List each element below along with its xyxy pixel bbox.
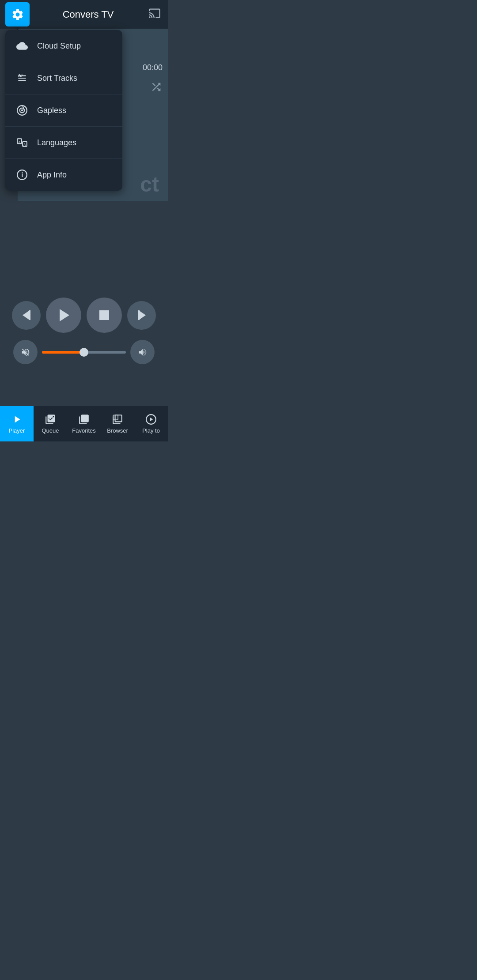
- stop-button[interactable]: [87, 298, 122, 333]
- play-button[interactable]: [46, 298, 81, 333]
- nav-player-label: Player: [9, 427, 25, 434]
- dropdown-menu: Cloud Setup Az Sort Tracks Gapless: [5, 30, 122, 191]
- sort-tracks-label: Sort Tracks: [37, 74, 77, 83]
- settings-button[interactable]: [5, 2, 30, 26]
- nav-browser-label: Browser: [107, 427, 128, 434]
- prev-button[interactable]: [12, 301, 41, 330]
- nav-item-player[interactable]: Player: [0, 406, 34, 441]
- svg-rect-12: [113, 415, 118, 420]
- cloud-setup-label: Cloud Setup: [37, 41, 81, 51]
- menu-item-languages[interactable]: X A Languages: [5, 127, 122, 159]
- next-icon: [138, 310, 146, 320]
- info-icon: i: [14, 167, 30, 183]
- cloud-icon: [14, 38, 30, 54]
- gapless-label: Gapless: [37, 106, 66, 115]
- menu-item-app-info[interactable]: i App Info: [5, 159, 122, 191]
- main-controls-row: [12, 298, 156, 333]
- svg-text:X: X: [18, 140, 20, 144]
- bottom-nav: Player Queue Favorites Browser Play to: [0, 406, 168, 441]
- languages-icon: X A: [14, 135, 30, 151]
- nav-play-to-label: Play to: [142, 427, 160, 434]
- sound-icon: [138, 347, 148, 357]
- cast-icon: [148, 7, 161, 19]
- menu-item-cloud-setup[interactable]: Cloud Setup: [5, 30, 122, 62]
- languages-label: Languages: [37, 138, 76, 147]
- volume-row: [13, 340, 155, 364]
- nav-queue-label: Queue: [42, 427, 59, 434]
- sound-button[interactable]: [130, 340, 155, 364]
- nav-item-play-to[interactable]: Play to: [134, 406, 168, 441]
- nav-item-queue[interactable]: Queue: [34, 406, 67, 441]
- svg-text:Az: Az: [18, 73, 23, 78]
- gapless-icon: [14, 102, 30, 118]
- svg-text:A: A: [23, 143, 26, 147]
- play-to-nav-icon: [145, 414, 157, 425]
- menu-item-sort-tracks[interactable]: Az Sort Tracks: [5, 62, 122, 94]
- browser-nav-icon: [112, 414, 123, 425]
- mute-icon: [21, 347, 30, 357]
- next-button[interactable]: [127, 301, 156, 330]
- play-nav-icon: [11, 414, 23, 425]
- sort-tracks-icon: Az: [14, 70, 30, 86]
- nav-favorites-label: Favorites: [72, 427, 95, 434]
- shuffle-icon: [150, 81, 163, 95]
- header: Convers TV: [0, 0, 168, 29]
- app-title: Convers TV: [30, 9, 147, 20]
- svg-point-11: [83, 417, 87, 420]
- gear-icon: [11, 8, 24, 21]
- cast-button[interactable]: [147, 7, 163, 22]
- mute-button[interactable]: [13, 340, 38, 364]
- player-controls: [13, 298, 155, 364]
- volume-thumb: [80, 348, 88, 357]
- connect-text: ct: [140, 172, 159, 196]
- play-icon: [60, 309, 69, 321]
- volume-slider[interactable]: [42, 351, 126, 354]
- queue-nav-icon: [45, 414, 56, 425]
- prev-icon: [23, 310, 30, 320]
- app-info-label: App Info: [37, 170, 67, 180]
- favorites-nav-icon: [78, 414, 90, 425]
- svg-text:i: i: [21, 171, 23, 178]
- svg-point-4: [21, 109, 23, 111]
- volume-fill: [42, 351, 84, 354]
- nav-item-favorites[interactable]: Favorites: [67, 406, 101, 441]
- nav-item-browser[interactable]: Browser: [101, 406, 134, 441]
- stop-icon: [99, 310, 109, 320]
- playback-time: 00:00: [143, 63, 163, 72]
- menu-item-gapless[interactable]: Gapless: [5, 94, 122, 127]
